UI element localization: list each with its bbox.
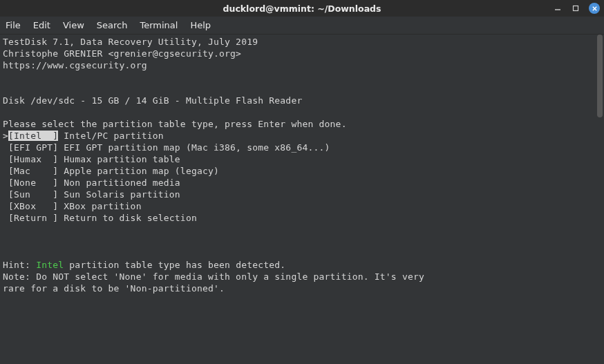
prompt-line: Please select the partition table type, …: [3, 119, 347, 129]
header-line-3: https://www.cgsecurity.org: [3, 60, 147, 70]
svg-rect-1: [574, 6, 578, 11]
option-intel-desc: Intel/PC partition: [58, 131, 164, 141]
menu-file[interactable]: File: [6, 20, 21, 30]
menubar: File Edit View Search Terminal Help: [0, 17, 604, 35]
option-none[interactable]: [None ] Non partitioned media: [3, 178, 180, 188]
menu-terminal[interactable]: Terminal: [140, 20, 178, 30]
menu-help[interactable]: Help: [190, 20, 211, 30]
option-humax[interactable]: [Humax ] Humax partition table: [3, 154, 180, 164]
header-line-1: TestDisk 7.1, Data Recovery Utility, Jul…: [3, 37, 258, 47]
terminal-wrap: TestDisk 7.1, Data Recovery Utility, Jul…: [0, 35, 604, 364]
menu-edit[interactable]: Edit: [33, 20, 50, 30]
window-title: ducklord@vmmint: ~/Downloads: [223, 3, 381, 14]
option-efi-gpt[interactable]: [EFI GPT] EFI GPT partition map (Mac i38…: [3, 142, 330, 153]
header-line-2: Christophe GRENIER <grenier@cgsecurity.o…: [3, 48, 241, 59]
window-controls: [553, 0, 600, 17]
minimize-button[interactable]: [553, 3, 563, 13]
maximize-button[interactable]: [571, 3, 581, 13]
option-xbox[interactable]: [XBox ] XBox partition: [3, 201, 142, 211]
menu-view[interactable]: View: [63, 20, 84, 30]
note-line-2: rare for a disk to be 'Non-partitioned'.: [3, 283, 225, 294]
option-return[interactable]: [Return ] Return to disk selection: [3, 213, 197, 223]
hint-line: Hint: Intel partition table type has bee…: [3, 260, 285, 270]
option-intel-label: [Intel ]: [8, 131, 58, 141]
window-titlebar: ducklord@vmmint: ~/Downloads: [0, 0, 604, 17]
option-mac[interactable]: [Mac ] Apple partition map (legacy): [3, 166, 219, 176]
scrollbar-thumb[interactable]: [597, 35, 603, 117]
terminal-output[interactable]: TestDisk 7.1, Data Recovery Utility, Jul…: [0, 35, 596, 364]
option-sun[interactable]: [Sun ] Sun Solaris partition: [3, 189, 180, 200]
disk-line: Disk /dev/sdc - 15 GB / 14 GiB - Multipl…: [3, 95, 302, 106]
option-intel[interactable]: >[Intel ] Intel/PC partition: [3, 131, 164, 141]
scrollbar[interactable]: [596, 35, 604, 364]
close-button[interactable]: [589, 3, 600, 14]
menu-search[interactable]: Search: [97, 20, 128, 30]
note-line-1: Note: Do NOT select 'None' for media wit…: [3, 271, 424, 282]
hint-detected-type: Intel: [36, 260, 64, 270]
